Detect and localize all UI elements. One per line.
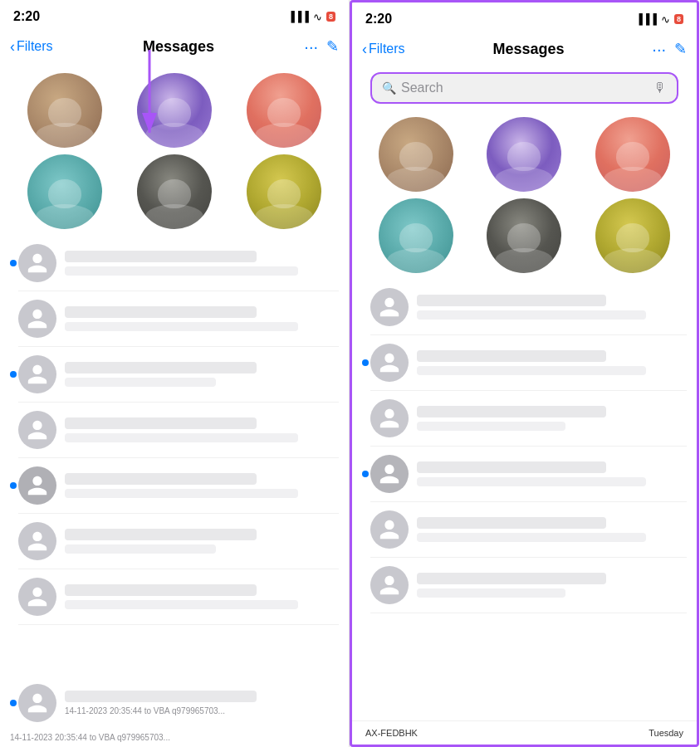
message-preview [65,489,298,498]
list-item-last[interactable]: 14-11-2023 20:35:44 to VBA q979965703... [18,677,339,729]
contact-avatar-r1 [379,117,453,192]
more-icon-right[interactable]: ··· [652,40,666,59]
list-item[interactable] [18,236,339,291]
message-content [417,295,687,320]
filters-label-right[interactable]: Filters [369,42,405,56]
sender-name [65,529,257,540]
unread-dot [10,482,17,489]
chevron-left-icon: ‹ [10,38,15,56]
list-item[interactable] [18,514,339,569]
contact-item-r5[interactable] [473,198,575,273]
message-preview [65,378,216,387]
microphone-icon[interactable]: 🎙 [653,81,667,95]
left-phone-panel: 2:20 ▐▐▐ ∿ 8 ‹ Filters Messages ··· ✎ [0,0,350,747]
contact-avatar-r4 [379,198,453,273]
contact-item-6[interactable] [233,154,335,229]
time-left: 2:20 [13,9,40,24]
avatar [18,466,56,505]
wifi-icon-left: ∿ [313,11,322,23]
contact-avatar-1 [27,73,102,148]
sender-name [417,573,606,584]
list-item[interactable] [370,280,687,335]
compose-icon-left[interactable]: ✎ [326,37,339,56]
compose-icon-right[interactable]: ✎ [674,40,687,58]
avatar [370,344,409,382]
message-content [65,584,339,609]
message-content [65,362,339,387]
contact-item-5[interactable] [123,154,226,229]
message-preview [65,433,298,442]
unread-dot [10,371,17,378]
sender-name [65,691,257,702]
contact-item-r1[interactable] [365,117,467,192]
list-item[interactable] [370,502,687,558]
message-preview [417,477,646,486]
contact-item-r2[interactable] [473,117,575,192]
unread-dot [362,359,369,366]
message-content [65,251,339,276]
message-preview [417,422,565,431]
wifi-icon-right: ∿ [661,13,670,26]
message-preview [417,310,646,320]
contact-avatar-r3 [595,117,670,192]
list-item[interactable] [18,347,339,403]
bottom-label-right: AX-FEDBHK Tuesday [352,720,697,745]
sender-name [417,295,606,306]
contact-avatar-3 [247,73,321,148]
avatar [18,244,56,282]
avatar [18,300,56,338]
contact-avatar-r2 [487,117,561,192]
contact-avatar-4 [27,154,102,229]
message-content [417,573,687,598]
contact-item-4[interactable] [13,154,116,229]
status-icons-left: ▐▐▐ ∿ 8 [287,11,335,23]
list-item[interactable] [18,569,339,625]
contact-item-3[interactable] [233,73,335,148]
list-item[interactable] [370,391,687,447]
more-icon-left[interactable]: ··· [304,37,318,56]
nav-back-right[interactable]: ‹ Filters [362,41,405,58]
contact-item-r4[interactable] [365,198,467,273]
contact-item-r6[interactable] [582,198,683,273]
status-bar-left: 2:20 ▐▐▐ ∿ 8 [0,0,349,30]
search-bar[interactable]: 🔍 Search 🎙 [370,72,678,104]
right-phone-panel: 2:20 ▐▐▐ ∿ 8 ‹ Filters Messages ··· ✎ 🔍 [350,0,699,747]
sender-name [417,406,606,417]
avatar [18,522,56,560]
avatar [370,510,409,549]
sender-name [417,461,606,473]
nav-back-left[interactable]: ‹ Filters [10,38,53,56]
chevron-right-icon: ‹ [362,41,367,58]
list-item[interactable] [18,403,339,458]
contact-item-2[interactable] [123,73,226,148]
contact-item-r3[interactable] [582,117,683,192]
filters-label-left[interactable]: Filters [17,39,53,54]
message-content [65,417,339,442]
list-item[interactable] [18,458,339,514]
list-item[interactable] [370,558,687,613]
nav-right-right: ··· ✎ [652,40,687,59]
message-content [65,306,339,331]
battery-right: 8 [674,14,683,24]
message-list-left [0,236,349,625]
contacts-grid-right [352,110,697,280]
message-content: 14-11-2023 20:35:44 to VBA q979965703... [65,691,339,715]
contact-item-1[interactable] [13,73,116,148]
sender-name [65,417,257,429]
message-preview [65,600,298,609]
status-icons-right: ▐▐▐ ∿ 8 [635,13,683,26]
search-input[interactable]: Search [401,81,649,95]
sender-name [65,251,257,262]
message-preview [65,322,298,331]
list-item[interactable] [370,335,687,391]
message-content [65,473,339,498]
message-content [417,350,687,375]
timestamp-text: 14-11-2023 20:35:44 to VBA q979965703... [65,706,339,715]
avatar [370,399,409,437]
message-list-right [352,280,697,613]
list-item[interactable] [18,291,339,347]
message-preview [417,366,646,375]
contact-avatar-6 [247,154,321,229]
avatar [370,288,409,326]
list-item[interactable] [370,447,687,502]
